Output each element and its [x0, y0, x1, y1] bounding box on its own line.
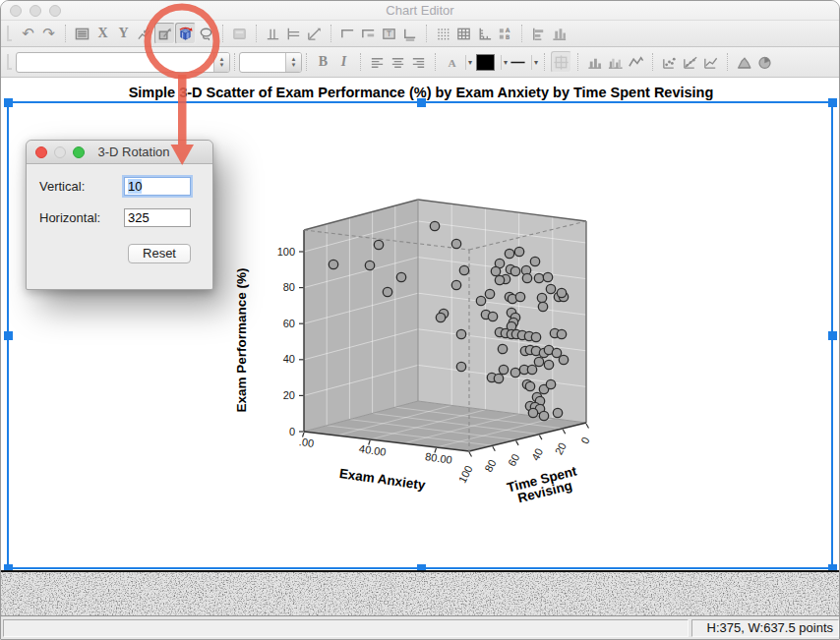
data-point[interactable] — [374, 240, 383, 249]
x-axis-title[interactable]: Exam Anxiety — [338, 466, 427, 493]
area-chart-icon[interactable] — [626, 51, 646, 73]
point-selection-icon[interactable] — [134, 23, 154, 44]
scatter-3d-plot[interactable]: 020406080100.0040.0080.00100806040200Exa… — [232, 193, 655, 507]
show-baseline-icon[interactable] — [399, 23, 420, 44]
transpose-vertical-icon[interactable] — [549, 23, 570, 44]
select-y-axis-icon[interactable]: Y — [113, 23, 134, 44]
dialog-titlebar[interactable]: 3-D Rotation — [27, 141, 212, 164]
rotation-3d-icon[interactable] — [175, 23, 196, 44]
data-point[interactable] — [543, 272, 552, 281]
selection-handle-top-right[interactable] — [828, 98, 837, 107]
selection-handle-top-center[interactable] — [417, 98, 426, 107]
y-reference-line-icon[interactable] — [263, 23, 283, 44]
data-point[interactable] — [436, 313, 445, 321]
show-axis-ticks-icon[interactable] — [474, 23, 495, 44]
data-point[interactable] — [557, 288, 566, 297]
data-point[interactable] — [525, 381, 534, 390]
x-reference-line-icon[interactable] — [283, 23, 304, 44]
data-point[interactable] — [456, 329, 465, 338]
selection-handle-mid-left[interactable] — [4, 331, 13, 340]
data-point[interactable] — [546, 284, 555, 293]
data-point[interactable] — [510, 368, 519, 377]
clustered-bar-icon[interactable] — [605, 51, 626, 73]
data-point[interactable] — [494, 374, 503, 382]
scatter-fit-icon[interactable] — [680, 51, 700, 73]
data-point[interactable] — [456, 362, 465, 371]
data-point[interactable] — [476, 296, 485, 305]
selection-handle-mid-right[interactable] — [828, 331, 837, 340]
selection-handle-top-left[interactable] — [4, 98, 13, 107]
data-point[interactable] — [383, 287, 391, 296]
align-center-icon[interactable] — [388, 51, 408, 73]
data-point[interactable] — [451, 239, 460, 248]
transpose-horizontal-icon[interactable] — [528, 23, 549, 44]
data-point[interactable] — [553, 408, 562, 417]
data-point[interactable] — [510, 266, 519, 275]
data-point[interactable] — [459, 265, 468, 274]
data-point[interactable] — [499, 365, 508, 374]
text-color-icon-dropdown[interactable]: ▾ — [465, 55, 472, 70]
bold-icon[interactable]: B — [313, 51, 333, 73]
line-chart-icon[interactable] — [700, 51, 721, 73]
data-point[interactable] — [515, 292, 524, 301]
show-legend-icon[interactable]: AB — [495, 23, 515, 44]
data-point[interactable] — [491, 266, 500, 275]
data-point[interactable] — [539, 411, 548, 420]
data-point[interactable] — [557, 329, 566, 338]
data-point[interactable] — [522, 273, 531, 282]
data-point[interactable] — [538, 302, 547, 311]
properties-icon[interactable] — [72, 23, 92, 44]
data-point[interactable] — [530, 257, 539, 265]
pie-chart-icon[interactable] — [754, 51, 775, 73]
data-point[interactable] — [527, 365, 536, 374]
rotation-dialog[interactable]: 3-D Rotation Vertical: 10 Horizontal: 32… — [26, 140, 213, 290]
show-text-frame-icon[interactable]: T — [379, 23, 399, 44]
align-right-icon[interactable] — [408, 51, 429, 73]
fill-color-icon[interactable] — [472, 51, 498, 73]
text-color-icon[interactable]: A — [442, 51, 462, 73]
z-axis-title[interactable]: Time SpentRevising — [506, 463, 582, 507]
data-point[interactable] — [430, 221, 439, 230]
data-point[interactable] — [534, 357, 543, 366]
select-x-axis-icon[interactable]: X — [92, 23, 113, 44]
data-point[interactable] — [546, 379, 555, 388]
font-size-combo[interactable]: ▲▼ — [239, 52, 302, 73]
reset-button[interactable]: Reset — [128, 244, 191, 263]
data-point[interactable] — [559, 355, 568, 364]
reference-line-equation-icon[interactable] — [304, 23, 325, 44]
italic-icon[interactable]: I — [333, 51, 354, 73]
show-gridlines-icon[interactable] — [453, 23, 474, 44]
line-style-icon-dropdown[interactable]: ▾ — [531, 55, 538, 70]
undo-icon[interactable]: ↶ — [18, 23, 38, 44]
horizontal-input[interactable]: 325 — [124, 208, 191, 227]
data-point[interactable] — [365, 261, 374, 269]
redo-icon[interactable]: ↷ — [38, 23, 59, 44]
font-family-stepper[interactable]: ▲▼ — [213, 53, 229, 72]
data-point[interactable] — [329, 260, 337, 268]
dialog-close-button[interactable] — [35, 146, 47, 158]
data-point[interactable] — [505, 249, 513, 258]
data-point[interactable] — [498, 344, 507, 353]
data-point[interactable] — [495, 275, 504, 284]
scatter-icon[interactable] — [659, 51, 680, 73]
bar-chart-icon[interactable] — [584, 51, 605, 73]
show-grid-dots-icon[interactable] — [433, 23, 453, 44]
pan-chart-icon[interactable] — [154, 23, 175, 44]
show-frame-bar-icon[interactable] — [358, 23, 379, 44]
data-point[interactable] — [488, 312, 497, 320]
data-point[interactable] — [485, 289, 494, 298]
dialog-minimize-button[interactable] — [54, 146, 66, 158]
show-l-axes-icon[interactable] — [337, 23, 358, 44]
toolbar-drag-handle[interactable] — [7, 26, 12, 41]
align-left-icon[interactable] — [367, 51, 388, 73]
data-point[interactable] — [396, 272, 405, 281]
fill-color-icon-dropdown[interactable]: ▾ — [501, 55, 508, 70]
font-size-stepper[interactable]: ▲▼ — [285, 53, 301, 72]
lasso-icon[interactable] — [196, 23, 216, 44]
data-point[interactable] — [531, 332, 540, 341]
data-point[interactable] — [514, 247, 523, 256]
y-axis-title[interactable]: Exam Performance (%) — [234, 267, 249, 412]
data-point[interactable] — [544, 360, 553, 369]
data-point[interactable] — [537, 293, 546, 302]
font-family-combo[interactable]: ▲▼ — [16, 52, 230, 73]
